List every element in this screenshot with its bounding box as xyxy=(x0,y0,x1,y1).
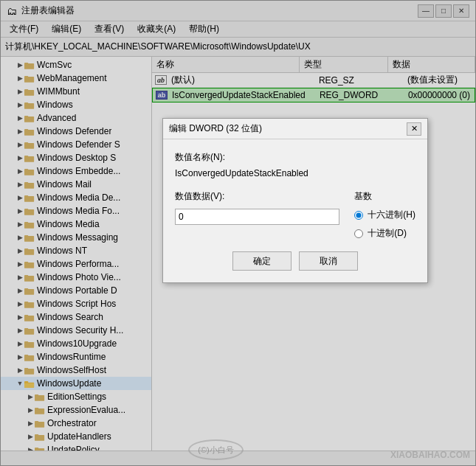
dialog-buttons: 确定 取消 xyxy=(175,251,415,271)
dialog-input-group: 数值数据(V): xyxy=(175,190,339,225)
dialog-dec-label: 十进制(D) xyxy=(368,227,407,240)
dialog-radio-group: 十六进制(H) 十进制(D) xyxy=(354,209,415,240)
dialog-name-label: 数值名称(N): xyxy=(175,151,415,164)
dialog-ok-button[interactable]: 确定 xyxy=(232,251,292,271)
dialog-data-row: 数值数据(V): 基数 十六进制(H) 十进制(D) xyxy=(175,190,415,240)
dialog-title: 编辑 DWORD (32 位值) xyxy=(169,122,262,135)
dialog-radio-hex-label[interactable]: 十六进制(H) xyxy=(354,209,415,221)
dialog-data-input[interactable] xyxy=(175,209,339,225)
dialog-base-label: 基数 xyxy=(354,190,415,203)
dialog-data-label: 数值数据(V): xyxy=(175,190,339,203)
dialog-radio-dec-label[interactable]: 十进制(D) xyxy=(354,227,415,240)
dialog-body: 数值名称(N): IsConvergedUpdateStackEnabled 数… xyxy=(163,139,427,282)
dialog-base-group: 基数 十六进制(H) 十进制(D) xyxy=(354,190,415,240)
dialog-close-button[interactable]: ✕ xyxy=(407,122,421,136)
dialog-radio-hex[interactable] xyxy=(354,211,363,220)
dialog-name-value: IsConvergedUpdateStackEnabled xyxy=(175,167,415,180)
dialog-cancel-button[interactable]: 取消 xyxy=(299,251,358,271)
dialog-title-bar: 编辑 DWORD (32 位值) ✕ xyxy=(163,119,427,139)
dialog-hex-label: 十六进制(H) xyxy=(368,209,415,221)
dialog-overlay: 编辑 DWORD (32 位值) ✕ 数值名称(N): IsConvergedU… xyxy=(0,0,476,466)
dialog-radio-dec[interactable] xyxy=(354,229,363,238)
edit-dword-dialog: 编辑 DWORD (32 位值) ✕ 数值名称(N): IsConvergedU… xyxy=(162,118,428,283)
